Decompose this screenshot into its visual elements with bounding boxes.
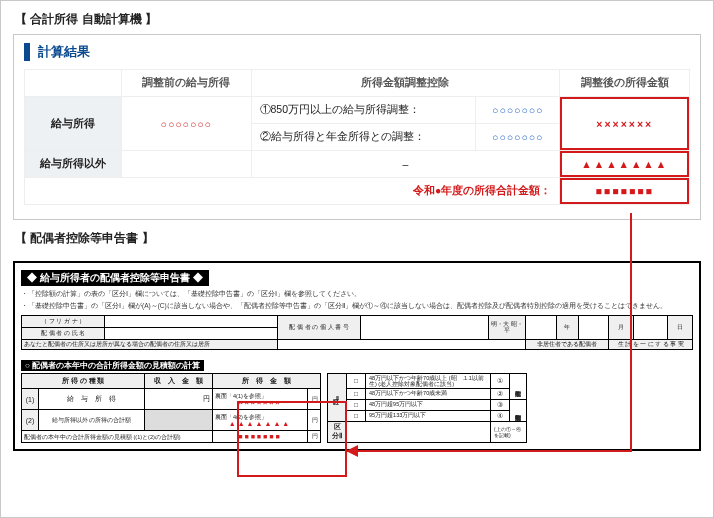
calculator-section-title: 【 合計所得 自動計算機 】 [15, 11, 701, 28]
name-table: （ フ リ ガ ナ ） 配 偶 者 の 個 人 番 号 明・大 昭・平 年 月 … [21, 315, 693, 350]
div-hdr: 区分Ⅱ [328, 373, 347, 421]
chk1[interactable]: □ [347, 373, 366, 388]
col-inc: 所 得 金 額 [213, 373, 321, 388]
mynumber-field[interactable] [361, 315, 489, 339]
row1-no: (1) [22, 389, 39, 410]
total-label: 令和●年度の所得合計金額： [25, 178, 560, 205]
total-value: ■■■■■■■ [596, 185, 654, 197]
col-after: 調整後の所得金額 [560, 70, 690, 97]
col-blank [25, 70, 122, 97]
col-rev: 収 入 金 額 [145, 373, 213, 388]
era-label: 明・大 昭・平 [489, 315, 526, 339]
row2-label: 給与所得以外 の所得の合計額 [39, 410, 145, 431]
opt1-no: ① [491, 373, 510, 388]
chk4[interactable]: □ [347, 410, 366, 421]
addr-hint: あなたと配偶者の住所又は居所が異なる場合の配偶者の住所又は居所 [22, 339, 278, 349]
mynumber-label: 配 偶 者 の 個 人 番 号 [277, 315, 360, 339]
adj1-value: ○○○○○○○ [492, 104, 543, 116]
adj1-label: ①850万円以上の給与所得調整： [251, 97, 476, 124]
opt2-no: ② [491, 388, 510, 399]
salary-before-value: ○○○○○○○ [161, 118, 212, 130]
form-header: ◆ 給与所得者の配偶者控除等申告書 ◆ [21, 270, 209, 286]
row2-income-value: ▲▲▲▲▲▲▲ [229, 420, 292, 427]
col-before: 調整前の給与所得 [122, 70, 252, 97]
birth-m[interactable] [578, 315, 609, 339]
row1-yen: 円 [308, 389, 321, 410]
row1-income-value: ××××××× [239, 399, 282, 406]
division-table: 区分Ⅱ □ 48万円以下かつ年齢70歳以上 (昭 .1.1以前生) (老人控除対… [327, 373, 527, 443]
form-note2: ・「基礎控除申告書」の「区分Ⅰ」欄が(A)～(C)に該当しない場合や、「配偶者控… [21, 302, 693, 310]
furigana-label: （ フ リ ガ ナ ） [22, 315, 105, 327]
row2-yen: 円 [308, 410, 321, 431]
opt4: 95万円超133万円以下 [366, 410, 491, 421]
birth-m-unit: 月 [609, 315, 634, 339]
row1-label: 給 与 所 得 [39, 389, 145, 410]
div2-footer-l: 区分Ⅱ [328, 421, 347, 442]
opt3: 48万円超95万円以下 [366, 399, 491, 410]
chk3[interactable]: □ [347, 399, 366, 410]
birth-d-unit: 日 [668, 315, 693, 339]
opt2: 48万円以下かつ年齢70歳未満 [366, 388, 491, 399]
row-salary-label: 給与所得 [25, 97, 122, 151]
income-subhead: ○ 配偶者の本年中の合計所得金額の見積額の計算 [21, 360, 204, 371]
col-adjust: 所得金額調整控除 [251, 70, 560, 97]
total-yen: 円 [308, 431, 321, 443]
div2-footer-blank[interactable] [347, 421, 491, 442]
other-after-value: ▲▲▲▲▲▲▲ [581, 158, 668, 170]
opt3-no: ③ [491, 399, 510, 410]
addr-field[interactable] [277, 339, 525, 349]
name-field[interactable] [105, 327, 277, 339]
row1-rev[interactable]: 円 [145, 389, 213, 410]
result-accent-bar [24, 43, 30, 61]
income-total-value: ■■■■■■■ [238, 433, 282, 440]
birth-y[interactable] [526, 315, 557, 339]
chk2[interactable]: □ [347, 388, 366, 399]
form-note1: ・「控除額の計算」の表の「区分Ⅰ」欄については、「基礎控除申告書」の「区分Ⅰ」欄… [21, 290, 693, 298]
other-mid: – [251, 151, 560, 178]
form-section-title: 【 配偶者控除等申告書 】 [15, 230, 701, 247]
result-title: 計算結果 [38, 43, 90, 61]
income-total-label: 配偶者の本年中の合計所得金額の見積額 ((1)と(2)の合計額) [22, 431, 213, 443]
spouse-form: ◆ 給与所得者の配偶者控除等申告書 ◆ ・「控除額の計算」の表の「区分Ⅰ」欄につ… [13, 261, 701, 451]
col-type: 所 得 の 種 類 [22, 373, 145, 388]
name-label: 配 偶 者 の 氏 名 [22, 327, 105, 339]
div2-footer-r: (上の①～④を記載) [491, 421, 527, 442]
income-table: 所 得 の 種 類 収 入 金 額 所 得 金 額 (1) 給 与 所 得 円 … [21, 373, 321, 443]
birth-d[interactable] [634, 315, 668, 339]
calculator-table: 調整前の給与所得 所得金額調整控除 調整後の所得金額 給与所得 ○○○○○○○ … [24, 69, 690, 205]
opt1: 48万円以下かつ年齢70歳以上 (昭 .1.1以前生) (老人控除対象配偶者に該… [366, 373, 491, 388]
birth-y-unit: 年 [556, 315, 578, 339]
row2-no: (2) [22, 410, 39, 431]
nonres-label: 非居住者である配偶者 [526, 339, 609, 349]
livelihood-label: 生 計 を 一 に す る 事 実 [609, 339, 693, 349]
adj2-value: ○○○○○○○ [492, 131, 543, 143]
salary-after-value: ××××××× [596, 118, 653, 130]
opt4-no: ④ [491, 410, 510, 421]
furigana-field[interactable] [105, 315, 277, 327]
row-other-label: 給与所得以外 [25, 151, 122, 178]
calculator-card: 計算結果 調整前の給与所得 所得金額調整控除 調整後の所得金額 給与所得 ○○○… [13, 34, 701, 220]
adj2-label: ②給与所得と年金所得との調整： [251, 124, 476, 151]
